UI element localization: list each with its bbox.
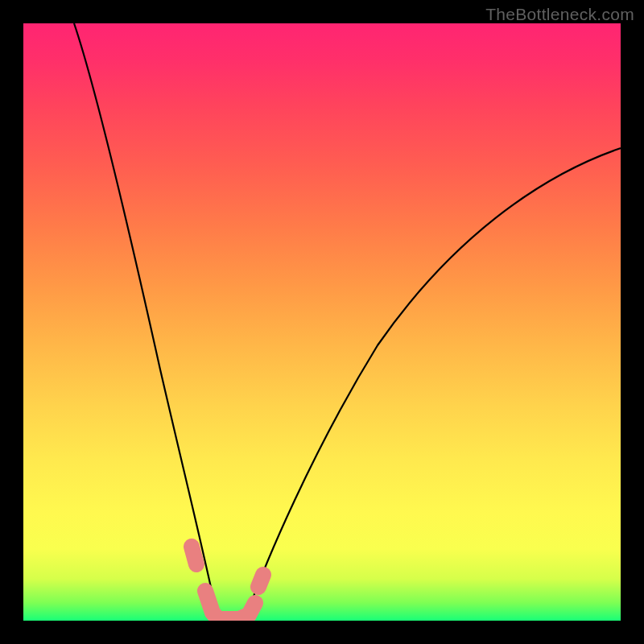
curve-left-branch bbox=[74, 23, 218, 621]
chart-plot-area bbox=[23, 23, 621, 621]
curve-right-branch bbox=[245, 148, 621, 621]
watermark-attribution: TheBottleneck.com bbox=[485, 5, 634, 24]
chart-svg bbox=[23, 23, 621, 621]
optimum-range-marker bbox=[192, 547, 263, 619]
